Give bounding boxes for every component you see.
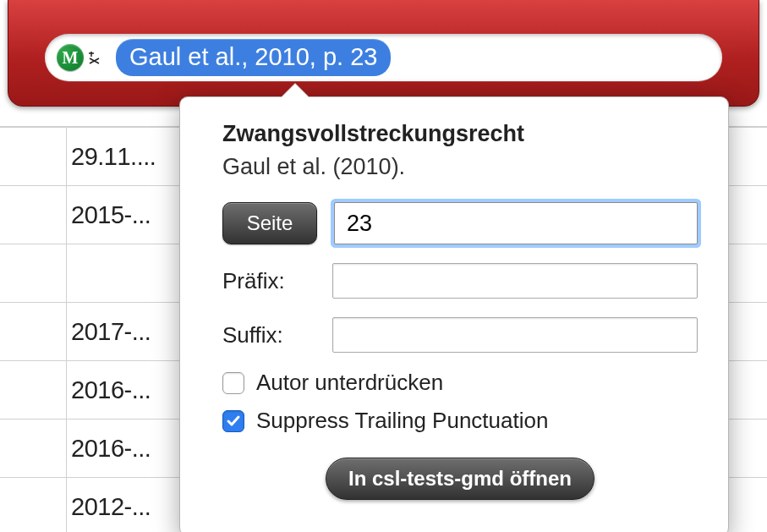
- date-cell: [0, 244, 203, 302]
- citation-detail-popover: Zwangsvollstreckungsrecht Gaul et al. (2…: [179, 96, 729, 532]
- open-in-library-label: In csl-tests-gmd öffnen: [348, 467, 572, 491]
- source-badge-letter: M: [63, 48, 79, 68]
- date-cell: 29.11....: [0, 128, 203, 185]
- suppress-author-label: Autor unterdrücken: [256, 370, 443, 396]
- locator-type-button[interactable]: Seite: [222, 202, 317, 244]
- page-number-input[interactable]: [334, 202, 698, 244]
- dropdown-arrow-icon[interactable]: [87, 50, 102, 65]
- suppress-trailing-checkbox[interactable]: [222, 410, 244, 432]
- date-cell: 2016-...: [0, 361, 203, 419]
- source-badge-icon: M: [57, 44, 84, 71]
- suffix-input[interactable]: [332, 317, 698, 353]
- popover-title: Zwangsvollstreckungsrecht: [222, 121, 698, 147]
- date-cell: 2017-...: [0, 303, 203, 360]
- date-cell: 2012-...: [0, 478, 203, 532]
- prefix-label: Präfix:: [222, 268, 332, 294]
- locator-type-label: Seite: [247, 211, 293, 235]
- open-in-library-button[interactable]: In csl-tests-gmd öffnen: [326, 458, 594, 500]
- date-cell: 2016-...: [0, 420, 203, 477]
- citation-token-text: Gaul et al., 2010, p. 23: [129, 43, 377, 70]
- suffix-label: Suffix:: [222, 322, 332, 348]
- popover-subtitle: Gaul et al. (2010).: [222, 154, 698, 180]
- suppress-trailing-label: Suppress Trailing Punctuation: [256, 408, 548, 434]
- prefix-input[interactable]: [332, 263, 698, 299]
- date-cell: 2015-...: [0, 186, 203, 244]
- citation-token[interactable]: Gaul et al., 2010, p. 23: [116, 39, 391, 76]
- citation-search-field[interactable]: M Gaul et al., 2010, p. 23: [45, 34, 722, 81]
- citation-search-bar: M Gaul et al., 2010, p. 23: [8, 0, 759, 107]
- suppress-author-checkbox[interactable]: [222, 372, 244, 394]
